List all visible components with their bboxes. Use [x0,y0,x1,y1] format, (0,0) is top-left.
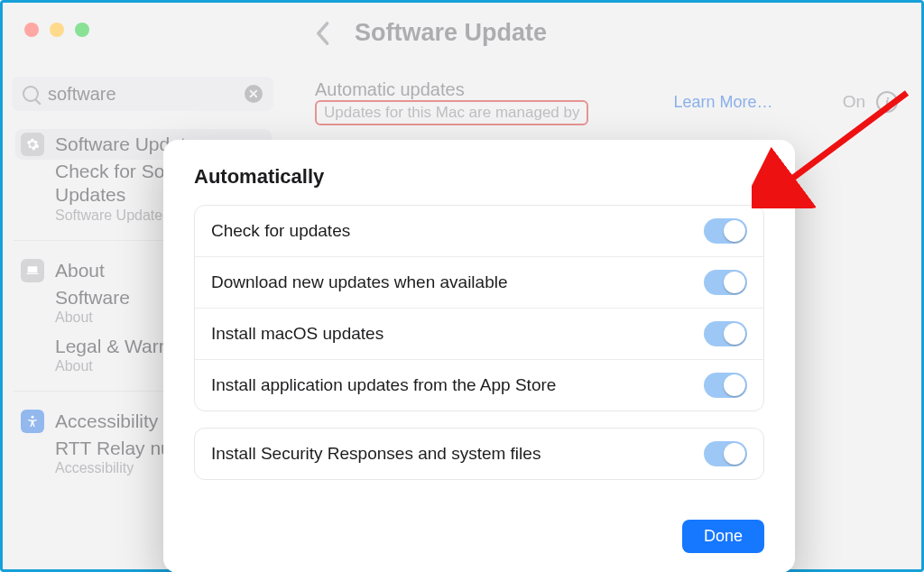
back-button[interactable] [310,21,335,46]
toggle-check-for-updates[interactable] [704,218,747,244]
option-label: Install application updates from the App… [211,375,556,395]
option-download-new-updates: Download new updates when available [195,256,763,308]
learn-more-link[interactable]: Learn More… [673,93,772,112]
option-label: Check for updates [211,221,350,241]
option-label: Install Security Responses and system fi… [211,444,541,464]
window-controls [24,23,89,37]
minimize-window-button[interactable] [50,23,64,37]
toggle-download-new-updates[interactable] [704,270,747,295]
search-input[interactable]: software [48,84,116,105]
automatic-updates-state: On [843,92,865,112]
main-header: Software Update [310,19,547,47]
automatic-updates-sheet: Automatically Check for updates Download… [163,140,795,572]
clear-search-button[interactable]: ✕ [245,85,263,103]
done-button[interactable]: Done [682,520,764,553]
accessibility-icon [21,410,44,433]
zoom-window-button[interactable] [75,23,89,37]
svg-point-2 [32,416,34,419]
option-install-macos-updates: Install macOS updates [195,308,763,359]
options-group-1: Check for updates Download new updates w… [194,205,764,411]
toggle-install-security-responses[interactable] [704,441,747,466]
svg-rect-0 [28,266,38,272]
gear-icon [21,133,44,156]
chevron-left-icon [314,21,330,46]
option-label: Download new updates when available [211,272,508,292]
option-label: Install macOS updates [211,324,383,344]
option-check-for-updates: Check for updates [195,206,763,256]
automatic-updates-row[interactable]: Automatic updates Updates for this Mac a… [315,75,905,129]
automatic-updates-title: Automatic updates [315,79,588,100]
option-install-app-store-updates: Install application updates from the App… [195,359,763,411]
search-icon [23,86,39,102]
search-field[interactable]: software ✕ [12,77,273,111]
close-window-button[interactable] [24,23,39,37]
sheet-heading: Automatically [194,165,764,189]
system-settings-window: software ✕ Software Update Check for Sof… [0,0,924,572]
toggle-install-app-store-updates[interactable] [704,373,747,398]
laptop-icon [21,259,44,282]
sidebar-item-label: About [55,260,105,281]
page-title: Software Update [355,19,547,47]
option-install-security-responses: Install Security Responses and system fi… [195,429,763,479]
sidebar-item-label: Accessibility [55,411,158,432]
svg-rect-1 [26,272,38,273]
info-icon[interactable]: i [876,91,898,113]
options-group-2: Install Security Responses and system fi… [194,428,764,480]
toggle-install-macos-updates[interactable] [704,321,747,346]
managed-by-highlight: Updates for this Mac are managed by [315,100,588,125]
